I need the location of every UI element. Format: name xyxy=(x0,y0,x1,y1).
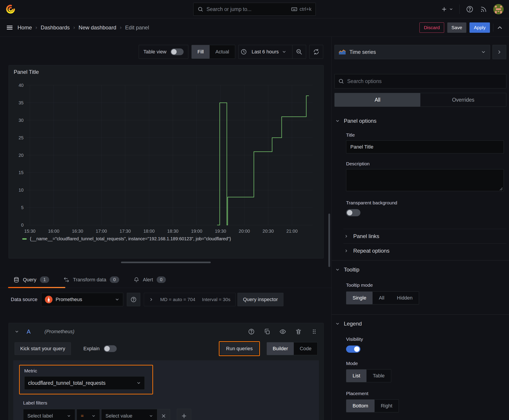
svg-text:20:00: 20:00 xyxy=(239,229,250,233)
legend-visibility-toggle[interactable] xyxy=(346,345,360,353)
tooltip-mode-group: Single All Hidden xyxy=(346,292,419,304)
legend-section[interactable]: Legend xyxy=(334,320,506,328)
help-icon[interactable] xyxy=(466,5,473,13)
timeseries-chart[interactable]: 051015202530354015:3016:0016:3017:0017:3… xyxy=(14,75,318,235)
prometheus-icon xyxy=(45,296,53,303)
scrollbar[interactable] xyxy=(328,214,330,267)
chart-legend: {__name__="cloudflared_tunnel_total_requ… xyxy=(22,236,319,241)
database-icon xyxy=(14,277,19,283)
user-avatar[interactable] xyxy=(493,4,504,14)
toggle-visibility-icon[interactable] xyxy=(279,328,286,335)
save-button[interactable]: Save xyxy=(447,22,467,33)
panel-links-section[interactable]: Panel links xyxy=(344,229,506,243)
run-queries-highlight: Run queries xyxy=(219,341,260,356)
transparent-background-toggle[interactable] xyxy=(346,209,360,216)
chevron-down-icon xyxy=(449,7,453,11)
tab-overrides[interactable]: Overrides xyxy=(420,93,506,106)
metric-select[interactable]: cloudflared_tunnel_total_requests xyxy=(24,376,145,390)
legend-mode-list[interactable]: List xyxy=(346,369,366,382)
collapse-options-button[interactable] xyxy=(492,45,506,59)
edit-panel-main: Table view Fill Actual Last 6 hours xyxy=(0,37,332,420)
chevron-down-icon xyxy=(335,322,340,326)
repeat-options-section[interactable]: Repeat options xyxy=(344,244,506,258)
tooltip-mode-single[interactable]: Single xyxy=(346,292,372,304)
kick-start-query-button[interactable]: Kick start your query xyxy=(15,342,71,355)
options-search-input[interactable] xyxy=(347,78,502,84)
svg-text:20:30: 20:30 xyxy=(263,229,274,233)
search-input[interactable] xyxy=(206,6,288,12)
datasource-picker[interactable]: Prometheus xyxy=(41,293,123,306)
tab-transform-data[interactable]: Transform data 0 xyxy=(63,276,119,283)
duplicate-query-icon[interactable] xyxy=(264,328,270,335)
timeseries-viz-icon xyxy=(339,49,346,55)
remove-filter-button[interactable] xyxy=(157,409,170,420)
query-help-icon[interactable] xyxy=(248,328,255,335)
run-queries-button[interactable]: Run queries xyxy=(220,343,258,354)
chevron-down-icon xyxy=(67,414,71,418)
search-shortcut: ctrl+k xyxy=(291,6,311,12)
resize-grip-icon[interactable] xyxy=(500,187,503,190)
top-bar: ctrl+k xyxy=(0,0,509,18)
description-textarea[interactable] xyxy=(346,169,504,191)
legend-mode-table[interactable]: Table xyxy=(366,369,391,382)
builder-option[interactable]: Builder xyxy=(267,342,294,355)
explain-label: Explain xyxy=(84,346,100,352)
svg-text:18:30: 18:30 xyxy=(167,229,178,233)
zoom-out-button[interactable] xyxy=(292,45,306,59)
legend-swatch[interactable] xyxy=(22,238,27,240)
chevron-down-icon xyxy=(115,297,119,302)
collapse-chevron-icon[interactable] xyxy=(15,329,19,334)
panel-options-section[interactable]: Panel options xyxy=(334,117,506,125)
breadcrumb-separator: › xyxy=(120,25,122,30)
time-range-picker[interactable]: Last 6 hours xyxy=(251,49,279,55)
legend-mode-group: List Table xyxy=(346,369,391,382)
tooltip-section[interactable]: Tooltip xyxy=(334,266,506,273)
svg-text:16:00: 16:00 xyxy=(48,229,59,233)
tab-query[interactable]: Query 1 xyxy=(14,276,49,283)
global-search[interactable]: ctrl+k xyxy=(193,3,316,16)
select-label-dropdown[interactable]: Select label xyxy=(23,409,75,420)
builder-code-group: Builder Code xyxy=(267,342,318,355)
pane-resize-handle[interactable] xyxy=(121,262,211,263)
options-search[interactable] xyxy=(334,74,506,88)
legend-placement-bottom[interactable]: Bottom xyxy=(346,400,375,412)
tab-alert[interactable]: Alert 0 xyxy=(134,276,166,283)
breadcrumb-home[interactable]: Home xyxy=(17,24,32,31)
section-divider xyxy=(332,314,509,315)
breadcrumb-dashboards[interactable]: Dashboards xyxy=(41,24,69,31)
query-row-header[interactable]: A (Prometheus) xyxy=(9,323,323,340)
chevron-down-icon xyxy=(137,381,141,385)
discard-button[interactable]: Discard xyxy=(419,22,444,33)
drag-handle-icon[interactable] xyxy=(311,328,318,335)
legend-series-label[interactable]: {__name__="cloudflared_tunnel_total_requ… xyxy=(30,236,231,241)
tooltip-mode-hidden[interactable]: Hidden xyxy=(391,292,419,304)
refresh-button[interactable] xyxy=(309,45,323,59)
operator-dropdown[interactable]: = xyxy=(76,409,100,420)
code-option[interactable]: Code xyxy=(294,342,317,355)
chevron-right-icon[interactable] xyxy=(149,297,153,302)
grafana-logo[interactable] xyxy=(5,4,16,14)
visualization-picker[interactable]: Time series xyxy=(334,45,490,59)
query-inspector-button[interactable]: Query inspector xyxy=(237,293,283,306)
panel-title-input[interactable] xyxy=(346,141,504,153)
select-value-dropdown[interactable]: Select value xyxy=(101,409,157,420)
menu-icon[interactable] xyxy=(6,24,14,31)
table-view-toggle[interactable] xyxy=(171,48,183,55)
legend-placement-right[interactable]: Right xyxy=(375,400,399,412)
tooltip-mode-all[interactable]: All xyxy=(372,292,390,304)
breadcrumb-new-dashboard[interactable]: New dashboard xyxy=(79,24,116,31)
apply-button[interactable]: Apply xyxy=(470,22,490,33)
explain-toggle[interactable] xyxy=(104,345,117,352)
chevron-up-icon[interactable] xyxy=(496,24,503,31)
datasource-help-button[interactable] xyxy=(127,293,140,306)
delete-query-icon[interactable] xyxy=(295,328,302,335)
table-view-label: Table view xyxy=(144,49,167,55)
fill-option[interactable]: Fill xyxy=(192,45,210,59)
tab-all[interactable]: All xyxy=(335,93,420,106)
actual-option[interactable]: Actual xyxy=(210,45,235,59)
add-filter-button[interactable] xyxy=(177,409,191,420)
news-rss-icon[interactable] xyxy=(480,6,487,13)
breadcrumb-separator: › xyxy=(36,25,37,30)
query-datasource-hint: (Prometheus) xyxy=(45,329,74,335)
add-menu-button[interactable] xyxy=(441,6,453,12)
